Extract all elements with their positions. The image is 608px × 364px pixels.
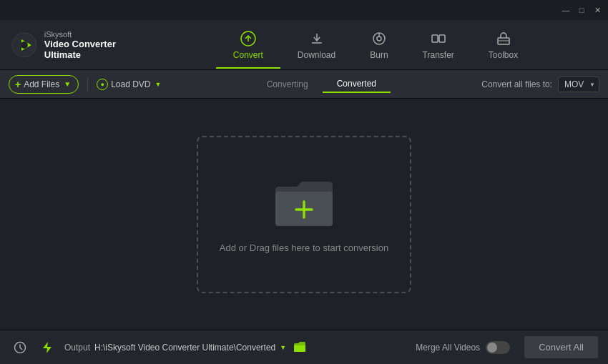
- burn-icon: [371, 30, 388, 47]
- plus-icon: +: [15, 79, 21, 90]
- svg-marker-19: [43, 342, 52, 353]
- toolbar: + Add Files ▼ ● Load DVD ▼ Converting Co…: [0, 70, 608, 99]
- dvd-icon: ●: [97, 79, 108, 90]
- tab-converting[interactable]: Converting: [252, 76, 323, 93]
- logo-area: iSkysoft Video Converter Ultimate: [11, 30, 155, 60]
- nav-item-burn[interactable]: Burn: [353, 24, 405, 66]
- load-dvd-label: Load DVD: [111, 79, 150, 89]
- toolbox-icon: [495, 30, 512, 47]
- merge-toggle[interactable]: [486, 341, 510, 354]
- convert-all-button[interactable]: Convert All: [524, 336, 598, 358]
- folder-icon: [272, 176, 336, 230]
- drop-zone[interactable]: Add or Drag files here to start conversi…: [197, 136, 411, 293]
- nav-label-convert: Convert: [233, 50, 263, 60]
- format-select-wrap: MOV MP4 AVI MKV: [558, 77, 599, 92]
- logo-brand: iSkysoft: [44, 30, 155, 39]
- svg-rect-20: [294, 345, 305, 352]
- close-button[interactable]: ✕: [592, 5, 602, 15]
- minimize-button[interactable]: —: [561, 5, 571, 15]
- transfer-icon: [430, 30, 447, 47]
- format-select[interactable]: MOV MP4 AVI MKV: [558, 77, 599, 92]
- nav-item-transfer[interactable]: Transfer: [406, 24, 471, 66]
- nav-label-toolbox: Toolbox: [489, 50, 518, 60]
- merge-area: Merge All Videos Convert All: [416, 336, 598, 358]
- tab-converted[interactable]: Converted: [323, 76, 391, 93]
- header: iSkysoft Video Converter Ultimate Conver…: [0, 20, 608, 70]
- tab-area: Converting Converted: [167, 76, 476, 93]
- add-files-dropdown-arrow: ▼: [64, 80, 71, 88]
- convert-icon: [240, 30, 257, 47]
- toggle-knob: [487, 343, 497, 353]
- output-path-dropdown[interactable]: ▼: [280, 344, 286, 351]
- load-dvd-button[interactable]: ● Load DVD ▼: [97, 79, 161, 90]
- logo-text: iSkysoft Video Converter Ultimate: [44, 30, 155, 60]
- nav-item-convert[interactable]: Convert: [216, 24, 280, 66]
- nav-item-download[interactable]: Download: [280, 24, 353, 66]
- svg-point-2: [21, 41, 28, 49]
- toolbar-divider: [87, 77, 88, 92]
- nav-label-transfer: Transfer: [423, 50, 454, 60]
- output-label: Output: [64, 343, 90, 353]
- svg-rect-10: [432, 35, 438, 42]
- logo-title: Video Converter Ultimate: [44, 39, 155, 60]
- add-files-button[interactable]: + Add Files ▼: [9, 75, 79, 94]
- app-logo-icon: [11, 32, 37, 58]
- add-files-label: Add Files: [24, 79, 59, 89]
- main-content: Add or Drag files here to start conversi…: [0, 99, 608, 330]
- drop-zone-text: Add or Drag files here to start conversi…: [220, 242, 388, 253]
- download-icon: [308, 30, 325, 47]
- footer-output-area: Output H:\iSkysoft Video Converter Ultim…: [64, 342, 306, 353]
- svg-point-8: [377, 36, 381, 41]
- nav-item-toolbox[interactable]: Toolbox: [471, 24, 535, 66]
- footer: Output H:\iSkysoft Video Converter Ultim…: [0, 330, 608, 364]
- svg-rect-11: [439, 35, 445, 42]
- nav-label-burn: Burn: [370, 50, 388, 60]
- convert-all-files-label: Convert all files to:: [481, 79, 552, 89]
- output-folder-icon[interactable]: [293, 342, 306, 353]
- flash-icon-button[interactable]: [37, 338, 57, 358]
- convert-all-area: Convert all files to: MOV MP4 AVI MKV: [481, 77, 599, 92]
- history-icon-button[interactable]: [10, 338, 30, 358]
- merge-all-videos-label: Merge All Videos: [416, 343, 480, 353]
- title-bar: — □ ✕: [0, 0, 608, 20]
- load-dvd-arrow: ▼: [155, 81, 162, 88]
- nav-bar: Convert Download Burn: [155, 24, 597, 66]
- output-path: H:\iSkysoft Video Converter Ultimate\Con…: [94, 343, 275, 353]
- maximize-button[interactable]: □: [577, 5, 587, 15]
- nav-label-download: Download: [298, 50, 335, 60]
